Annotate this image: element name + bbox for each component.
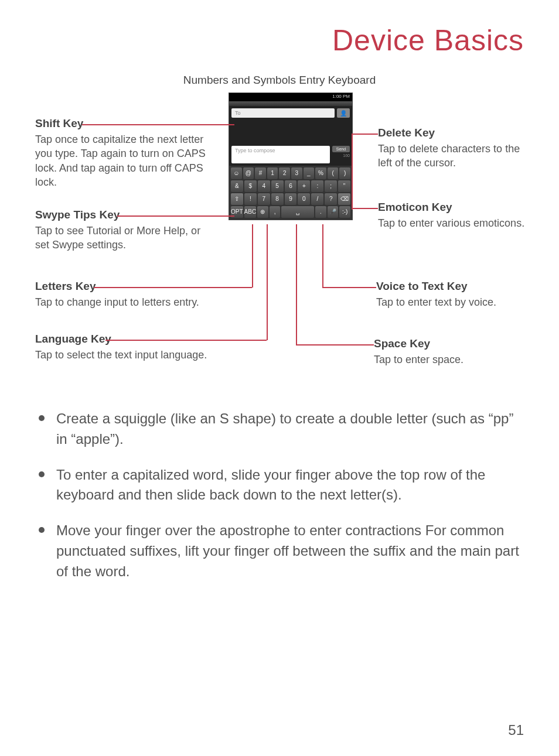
leader-emoticon [352,208,378,209]
callout-shift: Shift Key Tap once to capitalize the nex… [35,117,217,189]
callout-letters-desc: Tap to change input to letters entry. [35,295,246,309]
callout-emoticon-desc: Tap to enter various emoticons. [378,216,530,230]
tip-item: To enter a capitalized word, slide your … [35,465,524,506]
leader-voice-v [322,224,323,288]
callout-space: Space Key Tap to enter space. [374,337,526,367]
key-semicolon[interactable]: ; [325,180,337,192]
key-at[interactable]: @ [243,167,254,179]
onscreen-keyboard: ☺ @ # 1 2 3 _ % ( ) & $ 4 5 6 + [229,166,352,220]
kb-row-3: ⇧ ! 7 8 9 0 / ? ⌫ [231,193,350,205]
key-5[interactable]: 5 [271,180,284,192]
callout-delete-desc: Tap to delete characters to the left of … [378,142,530,170]
key-9[interactable]: 9 [285,193,297,205]
callout-space-title: Space Key [374,337,526,350]
diagram-caption: Numbers and Symbols Entry Keyboard [35,74,524,87]
kb-row-4: OPT ABC ⊕ , ␣ . 🎤 :-) [231,206,350,218]
key-dollar[interactable]: $ [244,180,257,192]
leader-shift [82,124,234,125]
key-quote[interactable]: " [338,180,350,192]
key-comma[interactable]: , [270,206,281,218]
page: Device Basics Numbers and Symbols Entry … [0,0,559,756]
to-row: To 👤 [229,106,352,120]
leader-space-v [296,224,297,345]
key-shift[interactable]: ⇧ [231,193,243,205]
leader-swype [117,215,234,217]
callout-language-desc: Tap to select the text input language. [35,348,246,362]
tip-item: Move your finger over the apostrophe to … [35,521,524,581]
leader-delete-h [352,134,378,135]
leader-voice-h [322,287,376,288]
callout-swype-title: Swype Tips Key [35,208,217,221]
callout-letters: Letters Key Tap to change input to lette… [35,280,246,309]
callout-swype-desc: Tap to see Tutorial or More Help, or set… [35,224,217,252]
key-1[interactable]: 1 [267,167,278,179]
key-2[interactable]: 2 [279,167,290,179]
phone-header-strip [229,101,352,106]
key-exclaim[interactable]: ! [244,193,257,205]
compose-input[interactable]: Type to compose [231,146,330,163]
key-7[interactable]: 7 [258,193,270,205]
status-bar: 1:00 PM [229,93,352,101]
callout-voice-title: Voice to Text Key [376,280,529,293]
key-letters[interactable]: ABC [244,206,257,218]
key-3[interactable]: 3 [291,167,302,179]
callout-voice-desc: Tap to enter text by voice. [376,295,529,309]
callout-shift-title: Shift Key [35,117,217,130]
key-space[interactable]: ␣ [281,206,314,218]
key-0[interactable]: 0 [298,193,310,205]
key-delete[interactable]: ⌫ [338,193,350,205]
contact-picker-button[interactable]: 👤 [337,108,350,118]
callout-voice: Voice to Text Key Tap to enter text by v… [376,280,529,309]
tip-item: Create a squiggle (like an S shape) to c… [35,409,524,450]
callout-shift-desc: Tap once to capitalize the next letter y… [35,132,217,189]
key-slash[interactable]: / [311,193,323,205]
key-voice[interactable]: 🎤 [328,206,339,218]
key-question[interactable]: ? [325,193,337,205]
key-colon[interactable]: : [311,180,323,192]
callout-language-title: Language Key [35,333,246,345]
callout-language: Language Key Tap to select the text inpu… [35,333,246,362]
compose-row: Type to compose Send 160 [229,143,352,166]
key-8[interactable]: 8 [271,193,284,205]
key-rparen[interactable]: ) [339,167,350,179]
key-emoticon[interactable]: :-) [339,206,350,218]
key-smile[interactable]: ☺ [231,167,242,179]
page-title: Device Basics [35,23,524,57]
callout-emoticon-title: Emoticon Key [378,201,530,214]
page-number: 51 [508,722,524,738]
key-6[interactable]: 6 [285,180,297,192]
leader-letters-v [252,224,253,288]
message-body-area [229,120,352,143]
send-button[interactable]: Send [332,146,350,152]
to-input[interactable]: To [231,108,335,118]
leader-language-h [105,340,267,341]
key-amp[interactable]: & [231,180,243,192]
callout-space-desc: Tap to enter space. [374,353,526,367]
keyboard-diagram: 1:00 PM To 👤 Type to compose Send 160 ☺ … [35,93,524,391]
key-percent[interactable]: % [315,167,326,179]
tips-list: Create a squiggle (like an S shape) to c… [35,409,524,582]
key-lparen[interactable]: ( [328,167,339,179]
leader-space-h [296,344,374,345]
leader-delete-v [352,134,353,210]
callout-emoticon: Emoticon Key Tap to enter various emotic… [378,201,530,230]
phone-screenshot: 1:00 PM To 👤 Type to compose Send 160 ☺ … [229,93,353,220]
callout-letters-title: Letters Key [35,280,246,293]
key-period[interactable]: . [315,206,326,218]
key-plus[interactable]: + [298,180,310,192]
key-language[interactable]: ⊕ [257,206,268,218]
leader-letters-h [94,287,252,288]
leader-language-v [267,224,268,340]
kb-row-2: & $ 4 5 6 + : ; " [231,180,350,192]
key-underscore[interactable]: _ [304,167,315,179]
kb-row-1: ☺ @ # 1 2 3 _ % ( ) [231,167,350,179]
callout-delete: Delete Key Tap to delete characters to t… [378,126,530,170]
key-hash[interactable]: # [255,167,266,179]
char-counter: 160 [332,153,350,158]
callout-delete-title: Delete Key [378,126,530,139]
key-4[interactable]: 4 [258,180,270,192]
